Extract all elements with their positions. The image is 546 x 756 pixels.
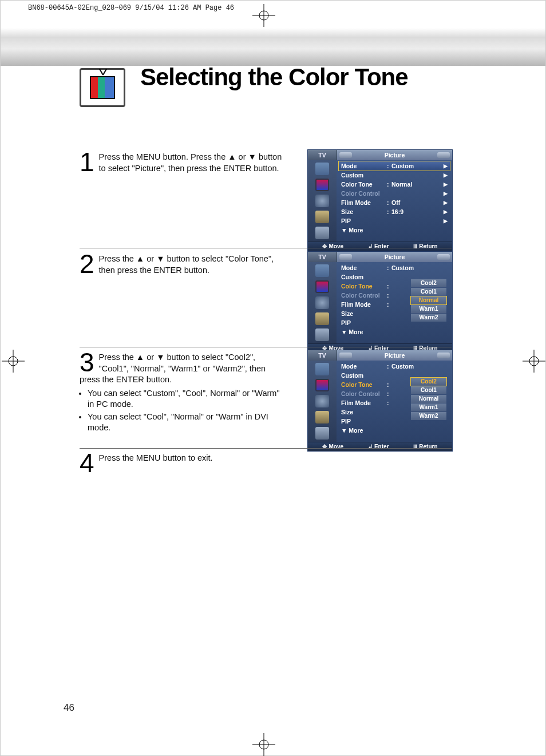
step-4: 4Press the MENU button to exit. [80,453,454,474]
osd-sidebar [308,160,337,242]
step-2-text: Press the ▲ or ▼ button to select "Color… [99,254,274,275]
step-4-number: 4 [80,453,94,474]
popup-option-selected: Cool2 [411,378,446,386]
osd-screenshot-2: TV Picture Mode:Custom Custom Color Tone… [307,251,453,353]
crop-mark-top [252,4,275,27]
crop-mark-right [523,350,545,373]
osd-footer: ✥Move ↲Enter ⅢReturn [308,242,452,251]
colortone-popup: Cool2 Cool1 Normal Warm1 Warm2 [411,279,446,322]
osd-item-filmmode: Film Mode:Off▶ [339,198,450,207]
osd-tab-tv: TV [308,150,337,160]
osd-item-mode: Mode:Custom [339,263,450,272]
osd-item-more: ▼ More [339,327,450,337]
osd-sidebar-icon [315,195,329,207]
osd-item-mode: Mode:Custom▶ [339,161,450,171]
move-icon: ✥ [322,243,327,250]
manual-page: BN68-00645A-02Eng_028~069 9/15/04 11:26 … [0,0,546,756]
step-3-bullet: You can select "Custom", "Cool", Normal"… [88,388,284,410]
popup-option: Cool1 [411,288,446,296]
osd-sidebar-icon [315,227,329,239]
osd-item-more: ▼ More [339,426,450,435]
osd-item-pip: PIP▶ [339,216,450,225]
print-header-text: BN68-00645A-02Eng_028~069 9/15/04 11:26 … [28,4,234,12]
page-title: Selecting the Color Tone [140,64,408,91]
osd-sidebar-icon [315,163,329,175]
return-icon: Ⅲ [413,243,417,250]
divider [80,347,452,347]
osd-menu-list: Mode:Custom▶ Custom▶ Color Tone:Normal▶ … [337,160,452,242]
crop-mark-left [2,350,25,373]
step-1-number: 1 [80,152,94,173]
osd-item-custom: Custom▶ [339,171,450,180]
osd-screenshot-1: TV Picture Mode:Custom▶ Custom▶ Color To… [307,149,453,251]
tv-icon [80,68,125,107]
osd-item-more: ▼ More [339,225,450,235]
divider [80,248,452,248]
step-3-number: 3 [80,352,94,373]
popup-option: Warm2 [411,412,446,420]
header-band [1,28,545,66]
crop-mark-bottom [252,733,275,756]
osd-item-mode: Mode:Custom [339,362,450,371]
popup-option: Warm1 [411,305,446,313]
osd-tab-picture: Picture [337,150,452,160]
popup-option: Cool2 [411,279,446,287]
step-3-bullet: You can select "Cool", "Normal" or "Warm… [88,411,284,434]
step-2-number: 2 [80,254,94,275]
colortone-popup: Cool2 Cool1 Normal Warm1 Warm2 [411,378,446,420]
popup-option: Normal [411,395,446,403]
popup-option-selected: Normal [411,296,446,304]
step-3-text: Press the ▲ or ▼ button to select "Cool2… [80,353,266,384]
popup-option: Cool1 [411,386,446,394]
osd-item-colortone: Color Tone:Normal▶ [339,180,450,189]
osd-item-size: Size:16:9▶ [339,207,450,216]
step-4-text: Press the MENU button to exit. [99,453,213,462]
chevron-right-icon: ▶ [442,163,448,169]
popup-option: Warm1 [411,403,446,411]
osd-sidebar-icon [315,211,329,223]
popup-option: Warm2 [411,314,446,322]
divider [80,448,452,449]
osd-item-colorcontrol: Color Control▶ [339,189,450,198]
enter-icon: ↲ [368,243,373,250]
page-number: 46 [64,702,74,714]
osd-screenshot-3: TV Picture Mode:Custom Custom Color Tone… [307,350,453,452]
osd-sidebar-icon [315,179,329,191]
step-1-text: Press the MENU button. Press the ▲ or ▼ … [99,152,282,173]
